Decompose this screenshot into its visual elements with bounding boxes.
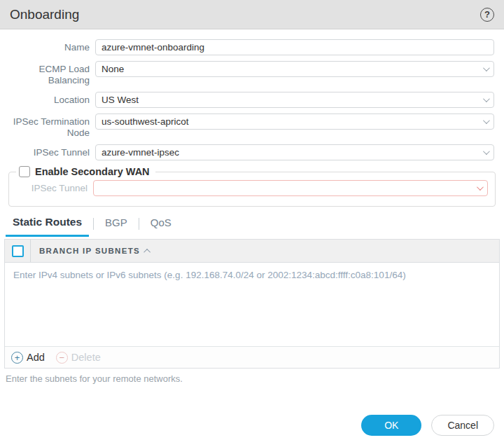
- ecmp-selected-value: None: [102, 64, 479, 74]
- chevron-down-icon: [483, 117, 490, 124]
- chevron-down-icon: [477, 184, 484, 191]
- column-header-label: BRANCH IP SUBNETS: [39, 247, 140, 255]
- tab-bgp[interactable]: BGP: [98, 216, 134, 237]
- chevron-down-icon: [483, 148, 490, 155]
- location-select[interactable]: US West: [95, 92, 494, 108]
- ipsec-tunnel-selected-value: azure-vmnet-ipsec: [102, 147, 479, 158]
- form-row-name: Name: [0, 39, 494, 55]
- tab-divider: [93, 218, 94, 230]
- location-selected-value: US West: [102, 95, 479, 105]
- chevron-down-icon: [483, 64, 490, 71]
- secondary-wan-group: Enable Secondary WAN IPSec Tunnel: [8, 166, 496, 207]
- plus-circle-icon: +: [11, 352, 23, 364]
- secondary-wan-legend: Enable Secondary WAN: [16, 166, 155, 177]
- table-body[interactable]: Enter IPv4 subnets or IPv6 subnets (e.g.…: [5, 263, 499, 346]
- secondary-ipsec-tunnel-label: IPSec Tunnel: [9, 180, 88, 194]
- ok-button[interactable]: OK: [361, 415, 421, 436]
- table-header-row: BRANCH IP SUBNETS: [5, 240, 499, 263]
- delete-button-label: Delete: [71, 352, 101, 363]
- subnets-placeholder-text: Enter IPv4 subnets or IPv6 subnets (e.g.…: [13, 270, 406, 280]
- name-input[interactable]: [95, 39, 494, 55]
- tab-qos[interactable]: QoS: [144, 216, 178, 237]
- cancel-button[interactable]: Cancel: [431, 415, 494, 436]
- name-label: Name: [0, 39, 90, 53]
- form-row-ecmp: ECMP Load Balancing None: [0, 61, 494, 86]
- add-button-label: Add: [27, 352, 45, 363]
- add-button[interactable]: + Add: [11, 352, 45, 364]
- ipsec-tunnel-select[interactable]: azure-vmnet-ipsec: [95, 144, 494, 160]
- form-row-secondary-ipsec-tunnel: IPSec Tunnel: [9, 180, 488, 196]
- page-title: Onboarding: [10, 7, 79, 22]
- onboarding-form: Name ECMP Load Balancing None Location U…: [0, 29, 504, 160]
- tab-static-routes[interactable]: Static Routes: [6, 216, 89, 237]
- branch-ip-subnets-table: BRANCH IP SUBNETS Enter IPv4 subnets or …: [4, 239, 500, 369]
- routes-tabbar: Static Routes BGP QoS: [6, 216, 494, 237]
- minus-circle-icon: −: [56, 352, 68, 364]
- table-actions-row: + Add − Delete: [5, 346, 499, 368]
- tab-divider: [139, 218, 139, 230]
- ipsec-termination-node-label: IPSec Termination Node: [0, 114, 90, 139]
- subnets-helper-text: Enter the subnets for your remote networ…: [6, 373, 504, 384]
- select-all-checkbox[interactable]: [12, 245, 24, 257]
- chevron-down-icon: [483, 95, 490, 102]
- form-row-termination-node: IPSec Termination Node us-southwest-apri…: [0, 114, 494, 139]
- enable-secondary-wan-checkbox[interactable]: [19, 166, 30, 177]
- sort-ascending-icon: [144, 248, 150, 255]
- secondary-wan-title: Enable Secondary WAN: [35, 166, 150, 177]
- form-row-ipsec-tunnel: IPSec Tunnel azure-vmnet-ipsec: [0, 144, 494, 160]
- help-icon[interactable]: ?: [480, 8, 494, 22]
- select-all-cell: [5, 240, 31, 262]
- ipsec-tunnel-label: IPSec Tunnel: [0, 144, 90, 158]
- secondary-ipsec-tunnel-select[interactable]: [93, 180, 488, 196]
- ecmp-load-balancing-label: ECMP Load Balancing: [0, 61, 90, 86]
- ipsec-termination-node-select[interactable]: us-southwest-apricot: [95, 114, 494, 130]
- location-label: Location: [0, 92, 90, 106]
- delete-button[interactable]: − Delete: [56, 352, 101, 364]
- dialog-header: Onboarding ?: [0, 0, 504, 29]
- form-row-location: Location US West: [0, 92, 494, 108]
- termination-node-selected-value: us-southwest-apricot: [102, 116, 479, 127]
- ecmp-load-balancing-select[interactable]: None: [95, 61, 494, 77]
- column-header-branch-ip-subnets[interactable]: BRANCH IP SUBNETS: [39, 247, 150, 255]
- dialog-footer: OK Cancel: [361, 415, 494, 436]
